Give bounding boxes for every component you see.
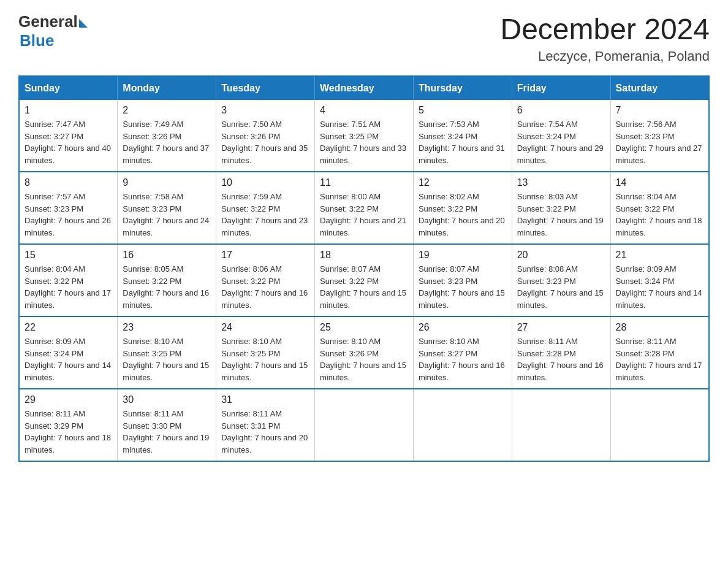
day-cell: 14 Sunrise: 8:04 AM Sunset: 3:22 PM Dayl… xyxy=(610,172,709,244)
day-number: 29 xyxy=(25,394,112,405)
weekday-header-tuesday: Tuesday xyxy=(216,76,315,100)
day-number: 3 xyxy=(221,105,309,116)
day-info: Sunrise: 8:08 AM Sunset: 3:23 PM Dayligh… xyxy=(517,263,605,311)
day-cell: 17 Sunrise: 8:06 AM Sunset: 3:22 PM Dayl… xyxy=(216,244,315,316)
day-number: 24 xyxy=(221,322,309,333)
day-cell xyxy=(610,389,709,461)
day-cell: 8 Sunrise: 7:57 AM Sunset: 3:23 PM Dayli… xyxy=(19,172,118,244)
page-header: General Blue December 2024 Leczyce, Pome… xyxy=(18,12,710,64)
day-cell: 11 Sunrise: 8:00 AM Sunset: 3:22 PM Dayl… xyxy=(315,172,414,244)
day-cell: 22 Sunrise: 8:09 AM Sunset: 3:24 PM Dayl… xyxy=(19,316,118,389)
weekday-header-row: SundayMondayTuesdayWednesdayThursdayFrid… xyxy=(19,76,709,100)
day-info: Sunrise: 8:04 AM Sunset: 3:22 PM Dayligh… xyxy=(616,191,703,239)
day-number: 9 xyxy=(123,177,211,188)
day-number: 16 xyxy=(123,250,211,261)
logo-arrow-icon xyxy=(79,19,88,28)
day-cell: 28 Sunrise: 8:11 AM Sunset: 3:28 PM Dayl… xyxy=(610,316,709,389)
day-number: 23 xyxy=(123,322,211,333)
day-cell: 16 Sunrise: 8:05 AM Sunset: 3:22 PM Dayl… xyxy=(118,244,216,316)
weekday-header-wednesday: Wednesday xyxy=(315,76,414,100)
week-row-4: 22 Sunrise: 8:09 AM Sunset: 3:24 PM Dayl… xyxy=(19,316,709,389)
day-number: 7 xyxy=(616,105,703,116)
day-cell: 18 Sunrise: 8:07 AM Sunset: 3:22 PM Dayl… xyxy=(315,244,414,316)
day-cell xyxy=(512,389,610,461)
location-text: Leczyce, Pomerania, Poland xyxy=(500,48,710,64)
day-info: Sunrise: 8:04 AM Sunset: 3:22 PM Dayligh… xyxy=(25,263,112,311)
day-cell: 10 Sunrise: 7:59 AM Sunset: 3:22 PM Dayl… xyxy=(216,172,315,244)
day-cell: 25 Sunrise: 8:10 AM Sunset: 3:26 PM Dayl… xyxy=(315,316,414,389)
day-cell: 23 Sunrise: 8:10 AM Sunset: 3:25 PM Dayl… xyxy=(118,316,216,389)
day-number: 4 xyxy=(320,105,408,116)
day-cell: 21 Sunrise: 8:09 AM Sunset: 3:24 PM Dayl… xyxy=(610,244,709,316)
weekday-header-sunday: Sunday xyxy=(19,76,118,100)
day-info: Sunrise: 8:11 AM Sunset: 3:30 PM Dayligh… xyxy=(123,408,211,456)
day-cell: 1 Sunrise: 7:47 AM Sunset: 3:27 PM Dayli… xyxy=(19,100,118,172)
day-info: Sunrise: 8:10 AM Sunset: 3:25 PM Dayligh… xyxy=(221,335,309,383)
weekday-header-thursday: Thursday xyxy=(413,76,512,100)
day-cell: 19 Sunrise: 8:07 AM Sunset: 3:23 PM Dayl… xyxy=(413,244,512,316)
day-info: Sunrise: 8:03 AM Sunset: 3:22 PM Dayligh… xyxy=(517,191,605,239)
day-number: 11 xyxy=(320,177,408,188)
day-cell: 12 Sunrise: 8:02 AM Sunset: 3:22 PM Dayl… xyxy=(413,172,512,244)
day-cell: 24 Sunrise: 8:10 AM Sunset: 3:25 PM Dayl… xyxy=(216,316,315,389)
day-info: Sunrise: 8:11 AM Sunset: 3:28 PM Dayligh… xyxy=(517,335,605,383)
day-number: 10 xyxy=(221,177,309,188)
day-number: 21 xyxy=(616,250,703,261)
day-cell xyxy=(413,389,512,461)
day-info: Sunrise: 8:11 AM Sunset: 3:29 PM Dayligh… xyxy=(25,408,112,456)
day-info: Sunrise: 8:07 AM Sunset: 3:22 PM Dayligh… xyxy=(320,263,408,311)
day-number: 27 xyxy=(517,322,605,333)
day-number: 8 xyxy=(25,177,112,188)
day-number: 26 xyxy=(419,322,507,333)
month-title: December 2024 xyxy=(500,12,710,46)
day-info: Sunrise: 8:05 AM Sunset: 3:22 PM Dayligh… xyxy=(123,263,211,311)
day-number: 19 xyxy=(419,250,507,261)
day-info: Sunrise: 7:53 AM Sunset: 3:24 PM Dayligh… xyxy=(419,118,507,166)
day-number: 13 xyxy=(517,177,605,188)
day-cell: 5 Sunrise: 7:53 AM Sunset: 3:24 PM Dayli… xyxy=(413,100,512,172)
day-info: Sunrise: 8:02 AM Sunset: 3:22 PM Dayligh… xyxy=(419,191,507,239)
day-info: Sunrise: 8:07 AM Sunset: 3:23 PM Dayligh… xyxy=(419,263,507,311)
day-info: Sunrise: 7:51 AM Sunset: 3:25 PM Dayligh… xyxy=(320,118,408,166)
title-section: December 2024 Leczyce, Pomerania, Poland xyxy=(500,12,710,64)
logo-general-text: General xyxy=(18,12,78,31)
week-row-2: 8 Sunrise: 7:57 AM Sunset: 3:23 PM Dayli… xyxy=(19,172,709,244)
day-number: 30 xyxy=(123,394,211,405)
day-number: 28 xyxy=(616,322,703,333)
day-cell: 3 Sunrise: 7:50 AM Sunset: 3:26 PM Dayli… xyxy=(216,100,315,172)
day-cell xyxy=(315,389,414,461)
day-number: 15 xyxy=(25,250,112,261)
day-info: Sunrise: 7:54 AM Sunset: 3:24 PM Dayligh… xyxy=(517,118,605,166)
day-number: 1 xyxy=(25,105,112,116)
day-info: Sunrise: 8:00 AM Sunset: 3:22 PM Dayligh… xyxy=(320,191,408,239)
day-number: 2 xyxy=(123,105,211,116)
day-cell: 2 Sunrise: 7:49 AM Sunset: 3:26 PM Dayli… xyxy=(118,100,216,172)
weekday-header-monday: Monday xyxy=(118,76,216,100)
day-info: Sunrise: 7:57 AM Sunset: 3:23 PM Dayligh… xyxy=(25,191,112,239)
day-info: Sunrise: 8:06 AM Sunset: 3:22 PM Dayligh… xyxy=(221,263,309,311)
day-cell: 9 Sunrise: 7:58 AM Sunset: 3:23 PM Dayli… xyxy=(118,172,216,244)
day-number: 14 xyxy=(616,177,703,188)
logo: General Blue xyxy=(18,12,88,50)
weekday-header-friday: Friday xyxy=(512,76,610,100)
day-cell: 29 Sunrise: 8:11 AM Sunset: 3:29 PM Dayl… xyxy=(19,389,118,461)
day-cell: 31 Sunrise: 8:11 AM Sunset: 3:31 PM Dayl… xyxy=(216,389,315,461)
week-row-5: 29 Sunrise: 8:11 AM Sunset: 3:29 PM Dayl… xyxy=(19,389,709,461)
weekday-header-saturday: Saturday xyxy=(610,76,709,100)
day-number: 22 xyxy=(25,322,112,333)
day-cell: 27 Sunrise: 8:11 AM Sunset: 3:28 PM Dayl… xyxy=(512,316,610,389)
day-cell: 7 Sunrise: 7:56 AM Sunset: 3:23 PM Dayli… xyxy=(610,100,709,172)
day-number: 25 xyxy=(320,322,408,333)
day-info: Sunrise: 7:59 AM Sunset: 3:22 PM Dayligh… xyxy=(221,191,309,239)
day-cell: 13 Sunrise: 8:03 AM Sunset: 3:22 PM Dayl… xyxy=(512,172,610,244)
day-cell: 26 Sunrise: 8:10 AM Sunset: 3:27 PM Dayl… xyxy=(413,316,512,389)
day-number: 17 xyxy=(221,250,309,261)
day-cell: 4 Sunrise: 7:51 AM Sunset: 3:25 PM Dayli… xyxy=(315,100,414,172)
day-cell: 6 Sunrise: 7:54 AM Sunset: 3:24 PM Dayli… xyxy=(512,100,610,172)
logo-blue-text: Blue xyxy=(20,31,54,50)
day-number: 20 xyxy=(517,250,605,261)
calendar-table: SundayMondayTuesdayWednesdayThursdayFrid… xyxy=(18,75,710,462)
week-row-1: 1 Sunrise: 7:47 AM Sunset: 3:27 PM Dayli… xyxy=(19,100,709,172)
day-number: 5 xyxy=(419,105,507,116)
day-info: Sunrise: 8:09 AM Sunset: 3:24 PM Dayligh… xyxy=(25,335,112,383)
